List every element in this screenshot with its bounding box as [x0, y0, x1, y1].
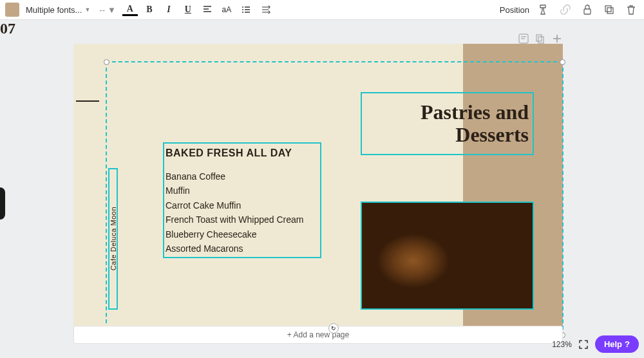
svg-point-1 [242, 9, 243, 10]
list-item: Banana Coffee [166, 169, 319, 184]
side-label-value: Cafe Deluca Moon [109, 207, 117, 270]
page-number-value: 07 [0, 20, 15, 37]
zoom-level[interactable]: 123% [552, 340, 572, 349]
align-button[interactable] [200, 2, 215, 17]
chevron-down-icon: ▼ [84, 6, 90, 13]
add-page-label: + Add a new page [287, 330, 349, 339]
list-item: Assorted Macarons [166, 241, 319, 256]
spacing-button[interactable] [258, 2, 273, 17]
link-button[interactable] [558, 2, 573, 17]
position-button[interactable]: Position [500, 5, 529, 15]
help-question-mark: ? [625, 339, 630, 349]
add-icon[interactable] [551, 33, 563, 44]
format-painter-icon [538, 4, 549, 15]
add-page-button[interactable]: + Add a new page [73, 326, 563, 344]
lock-button[interactable] [580, 2, 595, 17]
bottom-right-controls: 123% Help ? [552, 335, 639, 353]
page-actions [518, 33, 563, 44]
svg-rect-3 [584, 9, 591, 14]
menu-text-box[interactable]: BAKED FRESH ALL DAY Banana Coffee Muffin… [163, 142, 321, 258]
duplicate-button[interactable] [601, 2, 617, 17]
pastry-image[interactable] [361, 202, 534, 310]
svg-point-2 [242, 12, 243, 13]
text-case-button[interactable]: aA [219, 2, 234, 17]
side-label-text[interactable]: Cafe Deluca Moon [108, 168, 118, 310]
fullscreen-icon[interactable] [578, 339, 589, 350]
delete-button[interactable] [623, 2, 639, 17]
pastry-image-content [362, 203, 533, 308]
canvas-area[interactable]: 07 Cafe Deluca Moon BAKED FRESH ALL DAY … [0, 20, 644, 358]
font-family-dropdown[interactable]: Multiple fonts... ▼ [23, 5, 93, 15]
color-swatch[interactable] [5, 3, 19, 17]
svg-rect-4 [605, 6, 611, 12]
list-item: French Toast with Whipped Cream [166, 212, 319, 227]
note-icon[interactable] [518, 33, 529, 44]
list-item: Blueberry Cheesecake [166, 227, 319, 241]
help-button[interactable]: Help ? [595, 335, 639, 353]
chevron-down-icon: ▼ [108, 5, 116, 15]
menu-heading: BAKED FRESH ALL DAY [166, 147, 319, 159]
italic-button[interactable]: I [161, 2, 176, 17]
rule-line [76, 100, 99, 102]
align-icon [202, 5, 213, 15]
toolbar-right: Position [500, 2, 639, 17]
duplicate-icon [603, 4, 615, 15]
svg-rect-5 [607, 8, 613, 14]
sync-icon[interactable]: ↻ [328, 323, 339, 334]
title-text: Pastries and Desserts [366, 101, 529, 146]
list-item: Muffin [166, 184, 319, 198]
toolbar-left: Multiple fonts... ▼ -- ▼ A B I U aA [5, 2, 273, 17]
font-size-dropdown[interactable]: -- ▼ [97, 5, 118, 15]
font-size-value: -- [99, 5, 105, 15]
top-toolbar: Multiple fonts... ▼ -- ▼ A B I U aA Posi… [0, 0, 644, 20]
title-text-box[interactable]: Pastries and Desserts [361, 92, 534, 155]
svg-point-0 [242, 6, 243, 8]
trash-icon [625, 4, 637, 15]
list-item: Carrot Cake Muffin [166, 198, 319, 212]
help-label: Help [604, 339, 622, 349]
svg-rect-8 [538, 37, 544, 43]
list-button[interactable] [238, 2, 254, 17]
link-icon [560, 4, 571, 15]
list-icon [241, 5, 251, 15]
svg-rect-7 [536, 35, 542, 41]
format-painter-button[interactable] [536, 2, 551, 17]
lock-icon [582, 4, 593, 15]
copy-page-icon[interactable] [535, 33, 546, 44]
bold-button[interactable]: B [142, 2, 157, 17]
font-family-label: Multiple fonts... [26, 5, 82, 15]
text-color-button[interactable]: A [122, 3, 138, 16]
underline-button[interactable]: U [180, 2, 196, 17]
spacing-icon [260, 5, 270, 15]
side-panel-tab[interactable] [0, 187, 5, 220]
